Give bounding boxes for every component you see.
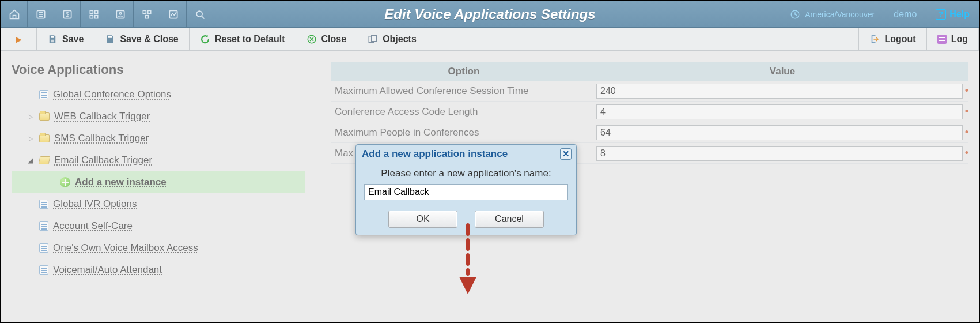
- add-icon: [60, 177, 70, 187]
- svg-point-16: [196, 11, 202, 17]
- svg-rect-20: [51, 39, 54, 42]
- instance-name-input[interactable]: [364, 184, 568, 200]
- save-close-button[interactable]: Save & Close: [94, 28, 189, 50]
- grid1-icon[interactable]: [81, 1, 107, 28]
- svg-rect-14: [145, 15, 148, 18]
- form-row-access-code: Conference Access Code Length •: [331, 102, 968, 122]
- sidebar-item-label: One's Own Voice Mailbox Access: [53, 242, 198, 254]
- user-display[interactable]: demo: [884, 1, 926, 27]
- doc-icon: [39, 221, 48, 231]
- svg-rect-7: [94, 10, 97, 13]
- list-icon[interactable]: [28, 1, 54, 28]
- expand-arrow-icon[interactable]: ▶: [1, 28, 37, 50]
- sidebar: Voice Applications Global Conference Opt…: [12, 62, 305, 316]
- dialog-prompt: Please enter a new application's name:: [364, 168, 568, 179]
- value-input-max-other[interactable]: [596, 146, 963, 161]
- add-instance-dialog: Add a new application instance ✕ Please …: [355, 144, 577, 235]
- objects-button[interactable]: Objects: [357, 28, 427, 50]
- dollar-icon[interactable]: $: [54, 1, 81, 28]
- sidebar-title: Voice Applications: [12, 62, 305, 77]
- doc-icon: [39, 243, 48, 253]
- timezone-label: America/Vancouver: [805, 10, 875, 19]
- close-icon: [307, 34, 317, 44]
- sidebar-item-account-selfcare[interactable]: Account Self-Care: [12, 215, 305, 237]
- sidebar-divider: [12, 81, 305, 81]
- value-input-access-code[interactable]: [596, 104, 963, 119]
- close-x-icon: ✕: [562, 149, 570, 159]
- form-row-session-time: Maximum Allowed Conference Session Time …: [331, 81, 968, 102]
- sidebar-item-label: Email Callback Trigger: [54, 155, 152, 166]
- sidebar-item-label: Global Conference Options: [53, 89, 171, 100]
- logout-icon: [869, 34, 880, 44]
- value-input-session-time[interactable]: [596, 84, 963, 99]
- save-label: Save: [62, 34, 84, 44]
- sidebar-item-global-conference[interactable]: Global Conference Options: [12, 84, 305, 106]
- folder-closed-icon: [39, 112, 50, 121]
- help-link[interactable]: ? Help: [926, 1, 979, 27]
- save-icon: [47, 34, 58, 44]
- sidebar-item-sms-callback[interactable]: ▷ SMS Callback Trigger: [12, 127, 305, 149]
- objects-label: Objects: [383, 34, 417, 44]
- sidebar-item-label: Add a new instance: [75, 176, 167, 188]
- chart-icon[interactable]: [160, 1, 187, 28]
- sidebar-item-label: Account Self-Care: [53, 220, 133, 232]
- page-title: Edit Voice Applications Settings: [384, 6, 595, 22]
- toolbar: ▶ Save Save & Close Reset to Default Clo…: [1, 28, 979, 51]
- toolbar-spacer: [427, 28, 860, 50]
- folder-open-icon: [39, 156, 51, 164]
- sidebar-item-email-callback[interactable]: ◢ Email Callback Trigger: [12, 149, 305, 171]
- log-icon: [937, 35, 947, 44]
- value-input-max-people[interactable]: [596, 125, 963, 140]
- svg-point-11: [119, 12, 121, 14]
- dialog-title: Add a new application instance: [362, 148, 508, 160]
- doc-icon: [39, 90, 48, 99]
- sidebar-item-label: Global IVR Options: [53, 198, 137, 210]
- sidebar-item-voicemail-aa[interactable]: Voicemail/Auto Attendant: [12, 259, 305, 281]
- cancel-button[interactable]: Cancel: [475, 211, 544, 228]
- svg-rect-12: [143, 10, 146, 13]
- table-header: Option Value: [331, 62, 968, 81]
- sidebar-item-label: WEB Callback Trigger: [54, 111, 150, 122]
- expand-arrow-icon: ▷: [28, 134, 35, 142]
- vertical-divider: [317, 68, 317, 310]
- svg-rect-9: [94, 15, 97, 18]
- help-label: Help: [949, 9, 970, 20]
- sidebar-item-label: SMS Callback Trigger: [54, 133, 149, 144]
- required-marker: •: [965, 106, 968, 118]
- save-close-label: Save & Close: [120, 34, 178, 44]
- sidebar-item-add-instance[interactable]: Add a new instance: [12, 171, 305, 193]
- svg-rect-13: [147, 10, 150, 13]
- sidebar-item-global-ivr[interactable]: Global IVR Options: [12, 193, 305, 215]
- svg-rect-6: [90, 10, 93, 13]
- sidebar-item-voicemailbox[interactable]: One's Own Voice Mailbox Access: [12, 237, 305, 259]
- svg-rect-21: [108, 36, 112, 38]
- user-label: demo: [894, 9, 917, 20]
- col-value-header: Value: [596, 66, 968, 77]
- svg-line-17: [202, 16, 204, 18]
- dialog-close-button[interactable]: ✕: [560, 148, 572, 160]
- logout-button[interactable]: Logout: [859, 28, 926, 50]
- reset-label: Reset to Default: [215, 34, 285, 44]
- ok-button[interactable]: OK: [388, 211, 457, 228]
- help-icon: ?: [936, 9, 946, 20]
- clock-icon: [790, 9, 800, 20]
- svg-rect-8: [90, 15, 93, 18]
- grid2-icon[interactable]: [134, 1, 160, 28]
- log-button[interactable]: Log: [927, 28, 979, 50]
- save-close-icon: [105, 34, 115, 44]
- form-row-max-people: Maximum People in Conferences •: [331, 122, 968, 143]
- required-marker: •: [965, 147, 968, 159]
- doc-icon: [39, 265, 48, 275]
- home-icon[interactable]: [1, 1, 28, 28]
- sidebar-item-web-callback[interactable]: ▷ WEB Callback Trigger: [12, 106, 305, 127]
- svg-rect-19: [51, 36, 54, 38]
- search-icon[interactable]: [187, 1, 213, 28]
- timezone-display[interactable]: America/Vancouver: [790, 9, 884, 20]
- log-label: Log: [951, 34, 968, 44]
- svg-rect-26: [372, 35, 377, 42]
- person-icon[interactable]: [107, 1, 134, 28]
- close-button[interactable]: Close: [296, 28, 358, 50]
- option-label: Conference Access Code Length: [331, 106, 596, 118]
- save-button[interactable]: Save: [37, 28, 94, 50]
- reset-button[interactable]: Reset to Default: [190, 28, 296, 50]
